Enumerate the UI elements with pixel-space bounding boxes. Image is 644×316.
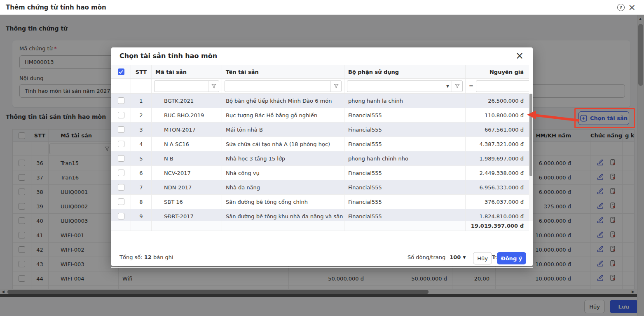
modal-table: STT Mã tài sản Tên tài sản Bộ phận sử dụ… xyxy=(111,65,533,231)
table-row[interactable]: 9 SĐBT-2017 Sân đường bê tông khu nhà đa… xyxy=(111,209,529,221)
code-filter-input[interactable] xyxy=(155,81,208,92)
filter-funnel-icon[interactable] xyxy=(452,81,462,92)
table-row[interactable]: 5 N B Nhà học 3 tầng 15 lớp phong hanh c… xyxy=(111,151,529,166)
app-window: Thêm chứng từ tính hao mòn ? × Thông tin… xyxy=(0,0,644,316)
row-checkbox[interactable] xyxy=(118,184,124,191)
table-row[interactable]: 1 BGTK.2021 Bộ bàn ghế tiếp khách Minh Đ… xyxy=(111,94,529,108)
row-checkbox[interactable] xyxy=(118,112,124,118)
window-titlebar: Thêm chứng từ tính hao mòn ? × xyxy=(0,0,644,15)
modal-pagination-bar: Tổng số: 12 bản ghi Số dòng/trang 100 ▼ … xyxy=(111,248,533,268)
modal-scrollbar-thumb[interactable] xyxy=(529,94,532,176)
dept-filter-input[interactable] xyxy=(347,81,446,92)
modal-total-row: 19.019.397.000 đ xyxy=(111,221,529,231)
price-filter-input[interactable] xyxy=(476,81,529,92)
header-stt: STT xyxy=(131,65,152,78)
choose-asset-modal: Chọn tài sản tính hao mòn × STT Mã tài s… xyxy=(111,47,533,266)
select-all-checkbox[interactable] xyxy=(118,68,124,75)
row-checkbox[interactable] xyxy=(118,97,124,104)
dropdown-caret-icon[interactable]: ▼ xyxy=(446,84,449,88)
header-ten-tai-san: Tên tài sản xyxy=(222,65,344,78)
modal-ok-button[interactable]: Đồng ý xyxy=(497,252,526,264)
table-row[interactable]: 8 SBT 16 Sân đường bê tông cổng chính Fi… xyxy=(111,195,529,209)
rows-per-page-label: Số dòng/trang xyxy=(407,254,445,260)
table-row[interactable]: 6 NCV-2017 Nhà công vụ Financial555 2.44… xyxy=(111,166,529,180)
record-count-value: 12 xyxy=(144,254,152,260)
table-row[interactable]: 3 MTON-2017 Mái tôn nhà B Financial555 6… xyxy=(111,123,529,137)
modal-close-icon[interactable]: × xyxy=(515,50,524,62)
modal-table-header: STT Mã tài sản Tên tài sản Bộ phận sử dụ… xyxy=(111,65,529,79)
rows-per-page-select[interactable]: 100 ▼ xyxy=(450,254,466,260)
table-row[interactable]: 2 BUC BHO.2019 Bục tượng Bác Hồ bằng gỗ … xyxy=(111,108,529,123)
close-icon[interactable]: × xyxy=(628,2,636,13)
table-row[interactable]: 7 NDN-2017 Nhà đa năng Financial555 6.95… xyxy=(111,180,529,195)
chevron-down-icon: ▼ xyxy=(463,255,466,259)
modal-title: Chọn tài sản tính hao mòn xyxy=(119,52,217,60)
row-checkbox[interactable] xyxy=(118,213,124,219)
equals-operator[interactable]: = xyxy=(469,83,473,89)
modal-filter-row: ▼ = xyxy=(111,79,529,94)
row-checkbox[interactable] xyxy=(118,126,124,133)
page-title: Thêm chứng từ tính hao mòn xyxy=(6,0,106,15)
table-row[interactable]: 4 N A SC16 Sửa chữa cải tạo nhà A (18 ph… xyxy=(111,137,529,151)
modal-table-body: 1 BGTK.2021 Bộ bàn ghế tiếp khách Minh Đ… xyxy=(111,94,533,221)
row-checkbox[interactable] xyxy=(118,141,124,147)
header-ma-tai-san: Mã tài sản xyxy=(152,65,222,78)
modal-table-scrollbar[interactable] xyxy=(529,94,533,221)
name-filter-input[interactable] xyxy=(225,81,330,92)
filter-funnel-icon[interactable] xyxy=(330,81,341,92)
record-count: Tổng số: 12 bản ghi xyxy=(119,254,173,260)
filter-funnel-icon[interactable] xyxy=(208,81,219,92)
header-nguyen-gia: Nguyên giá xyxy=(466,65,529,78)
row-checkbox[interactable] xyxy=(118,198,124,205)
header-bo-phan-su-dung: Bộ phận sử dụng xyxy=(344,65,466,78)
total-nguyen-gia: 19.019.397.000 đ xyxy=(466,221,529,231)
help-icon[interactable]: ? xyxy=(617,4,625,11)
row-checkbox[interactable] xyxy=(118,170,124,176)
modal-cancel-button[interactable]: Hủy xyxy=(473,252,492,264)
row-checkbox[interactable] xyxy=(118,155,124,162)
